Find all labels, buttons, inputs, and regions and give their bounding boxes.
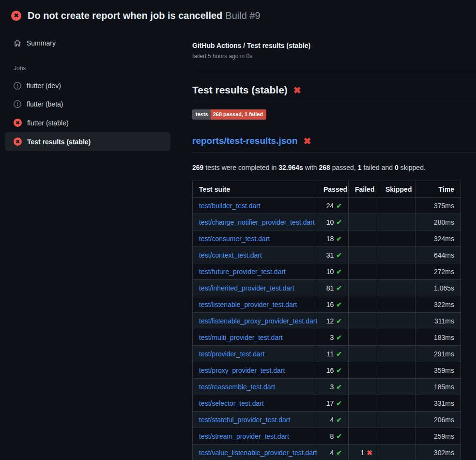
table-body: test/builder_test.dart24✔375mstest/chang… [193,198,461,460]
suite-link[interactable]: test/context_test.dart [199,251,262,259]
suite-link[interactable]: test/selector_test.dart [199,399,264,407]
skipped-cell [379,214,415,230]
suite-link[interactable]: test/inherited_provider_test.dart [199,284,294,292]
suite-link[interactable]: test/stream_provider_test.dart [199,432,289,440]
sidebar: Summary Jobs flutter (dev)flutter (beta)… [0,27,192,151]
skipped-cell [379,280,415,296]
count-value: 31 [326,251,334,259]
suite-link[interactable]: test/value_listenable_provider_test.dart [199,449,317,457]
suite-link[interactable]: test/multi_provider_test.dart [199,334,283,341]
count-value: 3 [330,383,334,391]
check-icon: ✔ [336,235,342,243]
table-row: test/context_test.dart31✔644ms [193,247,461,263]
sidebar-item-job[interactable]: flutter (dev) [5,77,170,95]
table-row: test/value_listenable_provider_test.dart… [193,445,461,460]
count-value: 16 [326,301,334,308]
time-cell: 322ms [415,296,461,313]
check-icon: ✔ [336,317,342,325]
passed-cell: 18✔ [317,230,349,247]
suite-link[interactable]: test/builder_test.dart [199,202,261,210]
badge-label: tests [192,109,211,120]
skipped-cell [379,445,415,460]
sidebar-item-summary[interactable]: Summary [0,34,192,52]
skipped-cell [379,379,415,395]
passed-cell: 8✔ [317,428,349,445]
summary-segment: failed and [362,164,395,171]
column-header: Time [415,181,461,198]
failed-cross-icon: ✖ [293,86,301,95]
section-title-text: Test results (stable) [192,84,288,96]
skipped-cell [379,198,415,214]
sidebar-item-job[interactable]: flutter (beta) [5,95,170,113]
summary-segment: tests were completed in [203,164,278,171]
suite-link[interactable]: test/listenable_provider_test.dart [199,301,297,308]
home-icon [14,39,21,47]
suite-cell: test/proxy_provider_test.dart [193,362,317,379]
sidebar-summary-label: Summary [27,39,56,47]
count-value: 10 [326,268,334,276]
failed-cell [349,346,379,362]
failed-cell [349,412,379,428]
count-value: 4 [330,449,334,457]
suite-cell: test/builder_test.dart [193,198,317,214]
summary-sentence: 269 tests were completed in 32.964s with… [192,164,476,171]
failed-cross-icon: ✖ [304,137,311,146]
table-row: test/reassemble_test.dart3✔185ms [193,379,461,395]
suite-cell: test/inherited_provider_test.dart [193,280,317,296]
time-cell: 291ms [415,346,461,362]
build-number: Build #9 [225,10,260,21]
suite-link[interactable]: test/proxy_provider_test.dart [199,367,285,374]
time-cell: 324ms [415,230,461,247]
passed-cell: 17✔ [317,395,349,412]
summary-segment: 0 [395,164,399,171]
time-cell: 302ms [415,445,461,460]
suite-link[interactable]: test/future_provider_test.dart [199,268,286,276]
suite-cell: test/multi_provider_test.dart [193,329,317,346]
suite-cell: test/future_provider_test.dart [193,263,317,280]
skipped-cell [379,346,415,362]
skipped-cell [379,412,415,428]
report-file-link[interactable]: reports/test-results.json [192,136,298,146]
time-cell: 272ms [415,263,461,280]
cross-icon: ✖ [367,449,372,457]
failed-cell [349,263,379,280]
column-header: Passed [317,181,349,198]
suite-cell: test/context_test.dart [193,247,317,263]
suite-link[interactable]: test/stateful_provider_test.dart [199,416,290,424]
failed-cell [349,230,379,247]
suite-link[interactable]: test/consumer_test.dart [199,235,270,243]
stale-octagon-icon [14,100,21,108]
suite-link[interactable]: test/listenable_proxy_provider_test.dart [199,317,317,325]
count-value: 12 [326,317,334,325]
count-value: 17 [326,399,334,407]
skipped-cell [379,296,415,313]
suite-link[interactable]: test/provider_test.dart [199,350,264,358]
check-icon: ✔ [336,218,342,226]
sidebar-item-job[interactable]: ✖Test results (stable) [5,132,170,151]
job-label: Test results (stable) [27,138,91,146]
count-value: 3 [330,334,334,341]
check-icon: ✔ [336,399,342,407]
table-row: test/change_notifier_provider_test.dart1… [193,214,461,230]
suite-cell: test/reassemble_test.dart [193,379,317,395]
suite-link[interactable]: test/change_notifier_provider_test.dart [199,218,315,226]
suite-cell: test/value_listenable_provider_test.dart [193,445,317,460]
suite-cell: test/stream_provider_test.dart [193,428,317,445]
table-row: test/stream_provider_test.dart8✔259ms [193,428,461,445]
failed-cell [349,329,379,346]
suite-link[interactable]: test/reassemble_test.dart [199,383,275,391]
passed-cell: 4✔ [317,412,349,428]
count-value: 8 [330,432,334,440]
suite-cell: test/provider_test.dart [193,346,317,362]
table-row: test/listenable_proxy_provider_test.dart… [193,313,461,329]
table-header-row: Test suitePassedFailedSkippedTime [193,181,461,198]
sidebar-item-job[interactable]: ✖flutter (stable) [5,113,170,132]
skipped-cell [379,313,415,329]
suite-cell: test/stateful_provider_test.dart [193,412,317,428]
time-cell: 259ms [415,428,461,445]
passed-cell: 16✔ [317,362,349,379]
table-row: test/listenable_provider_test.dart16✔322… [193,296,461,313]
check-icon: ✔ [336,432,342,440]
test-results-table: Test suitePassedFailedSkippedTime test/b… [192,181,461,460]
skipped-cell [379,395,415,412]
